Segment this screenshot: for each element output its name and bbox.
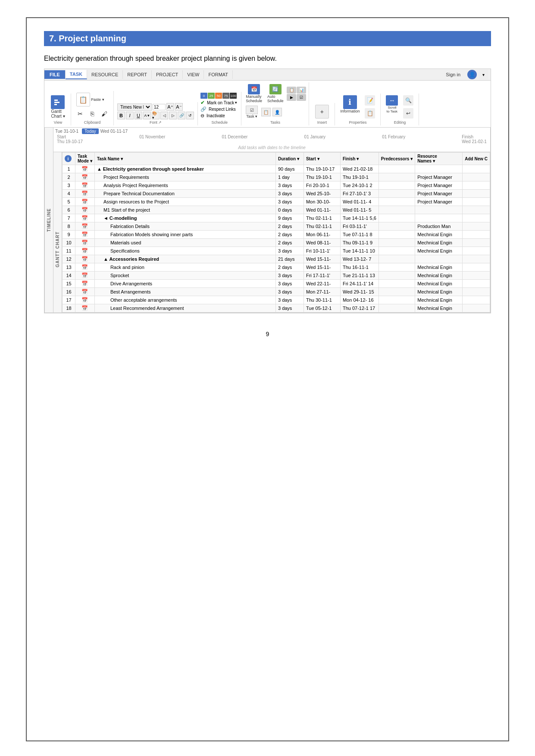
mode-icon: 📅 [81,215,88,221]
auto-schedule-button[interactable]: 🔄 AutoSchedule [266,83,285,104]
col-header-resource[interactable]: ResourceNames ▾ [415,153,463,165]
col-header-num: i [63,153,75,165]
sched-icon-5: 100 [230,93,237,99]
task-row-start: Fri 10-11-1' [303,247,340,255]
insert-button[interactable]: + [313,104,331,119]
paste-button[interactable]: 📋 Paste ▾ [75,92,106,107]
task-row-mode: 📅 [75,173,95,181]
font-controls: Times New Ro A⁺ A⁻ B I U A ▾ 🎨 ▾ ◁ ▷ [117,103,194,119]
tab-report[interactable]: REPORT [123,70,152,79]
copy-icon: ⎘ [87,109,97,119]
notes-button[interactable]: 📝 [363,94,377,106]
ribbon-group-font: Times New Ro A⁺ A⁻ B I U A ▾ 🎨 ▾ ◁ ▷ [114,102,198,125]
tab-task[interactable]: TASK [66,70,87,79]
ribbon-group-tasks: 📅 ManuallySchedule 🔄 AutoSchedule 📋 📊 [241,82,309,125]
task-row-mode: 📅 [75,190,95,198]
task-button[interactable]: ☑ Task ▾ [244,105,260,119]
gantt-chart-label: GanttChart ▾ [51,109,65,119]
font-size-input[interactable] [153,104,166,110]
task-row-resource: Mechnical Engin [415,247,463,255]
tab-file[interactable]: FILE [44,70,66,79]
task-row-name: Sprocket [94,272,275,280]
col-header-predecessors[interactable]: Predecessors ▾ [379,153,415,165]
tab-resource[interactable]: RESOURCE [87,70,123,79]
task-row-finish: Fri 24-11-1' 14 [340,280,379,288]
font-expand-icon[interactable]: ↗ [158,120,162,125]
task-row-start: Wed 22-11- [303,280,340,288]
bg-color-picker[interactable]: 🎨 ▾ [152,112,160,119]
project-area: TIMELINE Tue 31-10-1 Today Wed 01-11-17 … [44,128,491,313]
link-button[interactable]: 🔗 [178,112,185,119]
task-row-duration: 3 days [275,296,303,304]
task-row-name: ▲ Electricity generation through speed b… [94,165,275,173]
bold-button[interactable]: B [117,112,125,119]
format-painter-button[interactable]: 🖌 [99,108,110,119]
gantt-chart-button[interactable]: GanttChart ▾ [49,94,66,119]
task-row-predecessors [379,198,415,206]
col-header-finish[interactable]: Finish ▾ [340,153,379,165]
task-row-add [463,272,490,280]
col-header-add[interactable]: Add New C [463,153,490,165]
task-row-add [463,280,490,288]
task-row-mode: 📅 [75,247,95,255]
task-row-resource: Project Manager [415,190,463,198]
copy-button[interactable]: ⎘ [87,108,98,119]
ribbon-group-view-content: GanttChart ▾ [49,94,66,119]
indent-left-button[interactable]: ◁ [160,112,168,119]
clipboard-content: 📋 Paste ▾ ✂ ⎘ 🖌 [75,92,110,119]
font-size-decrease-button[interactable]: A⁻ [175,103,183,111]
table-row: 13 📅 Rack and pinion 2 days Wed 15-11- T… [63,263,490,272]
sign-in[interactable]: Sign in [441,70,465,79]
col-header-start[interactable]: Start ▾ [303,153,340,165]
col-header-task[interactable]: Task Name ▾ [94,153,275,165]
mark-on-track-button[interactable]: Mark on Track [206,100,238,106]
task-row-name: Least Recommended Arrangement [94,304,275,312]
font-color-picker[interactable]: A ▾ [143,112,151,119]
task-row-num: 6 [63,206,75,214]
respect-links-button[interactable]: Respect Links [207,106,237,112]
italic-button[interactable]: I [126,112,134,119]
user-avatar-icon[interactable]: 👤 [467,70,477,79]
loop-button[interactable]: ↺ [186,112,194,119]
task-row-resource: Mechnical Engin [415,296,463,304]
task-row-name: Drive Arrangements [94,280,275,288]
table-row: 15 📅 Drive Arrangements 3 days Wed 22-11… [63,280,490,288]
properties-content: ℹ Information 📝 📋 [338,94,377,119]
col-header-mode[interactable]: TaskMode ▾ [75,153,95,165]
task-row-predecessors [379,239,415,247]
options-icon[interactable]: ▾ [479,70,488,79]
tab-format[interactable]: FORMAT [204,70,233,79]
tab-project[interactable]: PROJECT [152,70,183,79]
find-button[interactable]: 🔍 [401,94,415,106]
tab-view[interactable]: VIEW [183,70,204,79]
information-button[interactable]: ℹ Information [338,94,361,119]
font-size-increase-button[interactable]: A⁺ [166,103,174,111]
clear-button[interactable]: ↩ [401,107,415,119]
insert-icon: + [315,105,329,119]
task-row-duration: 3 days [275,280,303,288]
scroll-to-task-button[interactable]: ↔ Scrollto Task [384,94,400,119]
task-icon-3: ▶ [287,94,296,101]
table-row: 16 📅 Best Arrangements 3 days Mon 27-11-… [63,288,490,296]
col-header-duration[interactable]: Duration ▾ [275,153,303,165]
underline-button[interactable]: U [135,112,142,119]
sched-icon-2: 25 [208,93,215,99]
ribbon-group-editing: ↔ Scrollto Task 🔍 ↩ Editing [381,94,419,125]
mode-icon: 📅 [81,281,88,287]
task-row-mode: 📅 [75,280,95,288]
task-row-start: Thu 19-10-17 [303,165,340,173]
task-row-mode: 📅 [75,296,95,304]
info-header-icon[interactable]: i [65,155,72,162]
indent-right-button[interactable]: ▷ [169,112,177,119]
today-button[interactable]: Today [82,128,99,134]
task-row-mode: 📅 [75,263,95,272]
manually-schedule-button[interactable]: 📅 ManuallySchedule [244,83,264,104]
font-name-row: Times New Ro A⁺ A⁻ [117,103,194,111]
mode-icon: 📅 [81,272,88,278]
inactivate-button[interactable]: Inactivate [205,113,226,119]
cut-button[interactable]: ✂ [75,108,86,119]
task-row-add [463,181,490,190]
details-button[interactable]: 📋 [363,107,377,119]
font-family-select[interactable]: Times New Ro [117,103,152,111]
task-icon-4: ☑ [297,94,306,101]
